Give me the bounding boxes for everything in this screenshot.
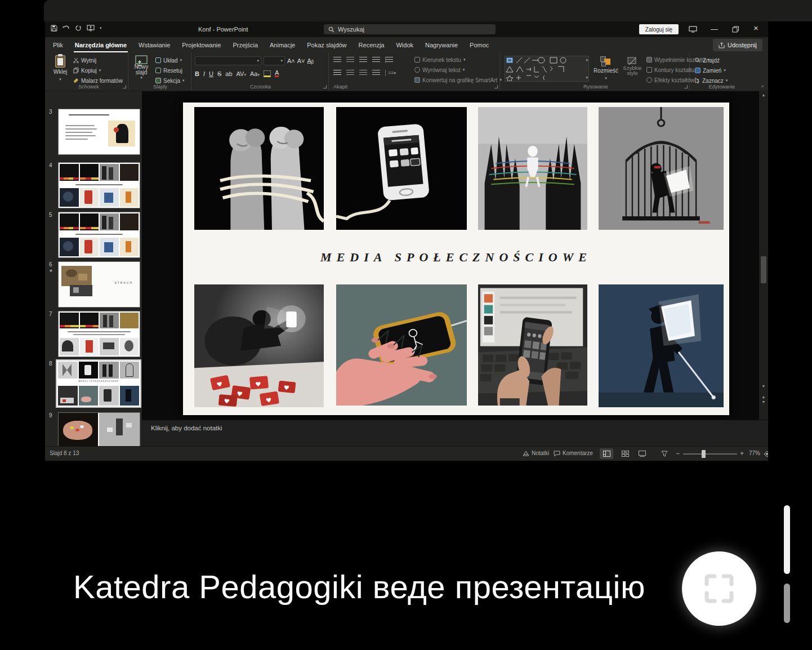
fullscreen-button[interactable] <box>682 551 756 626</box>
reading-view-button[interactable] <box>635 448 649 459</box>
align-right-icon[interactable] <box>359 70 367 76</box>
highlight-color-button[interactable] <box>264 70 271 77</box>
tab-widok[interactable]: Widok <box>396 42 413 48</box>
change-case-button[interactable]: Aa▾ <box>250 70 260 77</box>
customize-qat-icon[interactable]: ▾ <box>100 26 102 30</box>
cut-button[interactable]: Wytnij <box>73 56 123 64</box>
notes-toggle[interactable]: Notatki <box>523 450 549 456</box>
display-settings-icon[interactable] <box>689 26 697 33</box>
replace-button[interactable]: Zamień▾ <box>695 66 728 74</box>
slideshow-view-button[interactable] <box>658 448 671 459</box>
quick-styles-button[interactable]: Szybkie style <box>619 56 645 74</box>
tab-plik[interactable]: Plik <box>53 42 63 48</box>
slide-thumbnail-5[interactable] <box>58 212 140 258</box>
restore-button[interactable] <box>732 26 739 33</box>
zoom-slider-track[interactable] <box>683 453 737 455</box>
normal-view-button[interactable] <box>600 448 613 459</box>
tab-pokaz-slajdow[interactable]: Pokaz slajdów <box>307 42 346 48</box>
zoom-level[interactable]: 77% <box>749 450 760 456</box>
align-center-icon[interactable] <box>346 70 354 76</box>
zoom-in-button[interactable]: + <box>740 449 744 457</box>
previous-slide-button[interactable]: ▲▼ <box>759 394 768 404</box>
tab-nagrywanie[interactable]: Nagrywanie <box>425 42 458 48</box>
tab-wstawianie[interactable]: Wstawianie <box>139 42 170 48</box>
slide-image-likes-table[interactable]: ♥ ♥ ♥ ♥ ♥ ♥ <box>194 284 324 407</box>
meeting-scrollbar-thumb-bottom[interactable] <box>784 584 790 623</box>
justify-icon[interactable] <box>372 70 380 76</box>
tab-animacje[interactable]: Animacje <box>270 42 295 48</box>
bold-button[interactable]: B <box>195 70 199 77</box>
select-button[interactable]: Zaznacz▾ <box>695 77 728 84</box>
zoom-slider-thumb[interactable] <box>702 450 706 458</box>
slide-thumbnail-3[interactable] <box>58 109 140 155</box>
search-input[interactable]: Wyszukaj <box>324 24 496 34</box>
smartart-button[interactable]: Konwertuj na grafikę SmartArt▾ <box>414 76 502 84</box>
line-spacing-icon[interactable] <box>385 57 393 63</box>
slide-title[interactable]: MEDIA SPOŁECZNOŚCIOWE <box>183 230 729 284</box>
bullets-icon[interactable] <box>333 57 341 63</box>
underline-button[interactable]: U <box>209 70 213 77</box>
copy-button[interactable]: Kopiuj▾ <box>73 66 123 74</box>
italic-button[interactable]: I <box>203 70 205 77</box>
arrange-button[interactable]: Rozmieść ▾ <box>594 56 618 81</box>
start-slideshow-icon[interactable] <box>87 25 95 32</box>
tab-pomoc[interactable]: Pomoc <box>470 42 489 48</box>
slide-image-birdcage[interactable] <box>599 107 724 230</box>
shrink-font-button[interactable]: A˅ <box>297 57 305 64</box>
minimize-button[interactable]: — <box>711 25 718 33</box>
font-name-combo[interactable]: ▾ <box>195 56 261 65</box>
slide-image-phone-charger[interactable] <box>336 107 467 230</box>
find-button[interactable]: Znajdź <box>695 56 728 64</box>
slide-image-tied-wrists[interactable] <box>194 107 324 230</box>
text-direction-button[interactable]: Kierunek tekstu▾ <box>414 56 502 64</box>
new-slide-button[interactable]: Nowy slajd ▾ <box>131 55 152 80</box>
slide-image-puppet-hands[interactable] <box>478 107 587 230</box>
numbering-icon[interactable] <box>346 57 354 63</box>
slide-image-sewn-hand[interactable] <box>336 284 467 406</box>
layout-button[interactable]: Układ▾ <box>155 56 185 64</box>
slide-image-blind-walker[interactable] <box>599 284 724 407</box>
clear-formatting-button[interactable]: A̲ᵦ <box>307 57 314 64</box>
font-size-combo[interactable]: ▾ <box>264 56 285 65</box>
slide-sorter-view-button[interactable] <box>618 448 632 459</box>
slide-thumbnail-7[interactable] <box>58 311 140 357</box>
comments-toggle[interactable]: Komentarze <box>554 450 593 456</box>
paragraph-dialog-launcher[interactable] <box>494 85 498 88</box>
share-button[interactable]: Udostępnij <box>713 39 762 51</box>
save-icon[interactable] <box>51 25 57 32</box>
indent-increase-icon[interactable] <box>372 57 380 63</box>
slide-thumbnail-9[interactable] <box>58 412 140 446</box>
clipboard-dialog-launcher[interactable] <box>123 85 126 88</box>
sign-in-button[interactable]: Zaloguj się <box>639 24 679 34</box>
section-button[interactable]: Sekcja▾ <box>155 77 185 84</box>
zoom-out-button[interactable]: − <box>676 449 680 457</box>
slide-editor-canvas[interactable]: MEDIA SPOŁECZNOŚCIOWE <box>142 91 759 420</box>
slide-thumbnail-6[interactable]: STRACH <box>58 261 140 308</box>
drawing-dialog-launcher[interactable] <box>684 85 688 88</box>
editor-scrollbar[interactable]: ▲ ▼ ▲▼ <box>759 91 768 420</box>
tab-przejscia[interactable]: Przejścia <box>233 42 258 48</box>
redo-icon[interactable] <box>75 25 82 32</box>
scrollbar-thumb[interactable] <box>761 256 766 283</box>
columns-icon[interactable]: ≡≡▾ <box>385 70 396 76</box>
indent-decrease-icon[interactable] <box>359 57 367 63</box>
collapse-ribbon-icon[interactable]: ˄ <box>761 84 764 88</box>
strikethrough-button[interactable]: S <box>217 70 221 77</box>
reset-button[interactable]: Resetuj <box>155 66 185 74</box>
align-left-icon[interactable] <box>333 70 341 76</box>
font-dialog-launcher[interactable] <box>323 85 327 88</box>
tab-recenzja[interactable]: Recenzja <box>359 42 385 48</box>
undo-icon[interactable] <box>63 25 70 32</box>
scroll-up-icon[interactable]: ▲ <box>759 93 768 97</box>
current-slide[interactable]: MEDIA SPOŁECZNOŚCIOWE <box>183 103 729 415</box>
tab-narzedzia-glowne[interactable]: Narzędzia główne <box>75 42 127 48</box>
paste-button[interactable]: Wklej ▾ <box>51 55 70 82</box>
meeting-scrollbar-thumb-top[interactable] <box>784 505 790 574</box>
fit-to-window-button[interactable] <box>764 451 768 457</box>
close-button[interactable]: × <box>753 24 759 32</box>
text-shadow-button[interactable]: ab <box>225 70 232 77</box>
slide-image-phone-over-laptop[interactable] <box>478 284 587 406</box>
notes-pane[interactable]: Kliknij, aby dodać notatki <box>142 420 768 446</box>
character-spacing-button[interactable]: AV▾ <box>237 70 246 77</box>
shapes-gallery[interactable]: ▴ ▾ <box>505 56 589 82</box>
